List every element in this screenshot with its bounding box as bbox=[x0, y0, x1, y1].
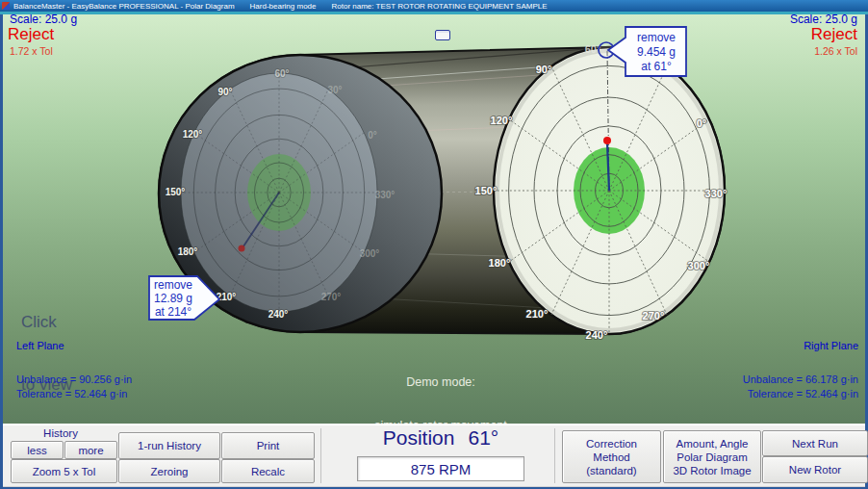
svg-text:120°: 120° bbox=[183, 129, 203, 140]
right-plane-label: Right Plane bbox=[804, 340, 858, 351]
hint-line: Click bbox=[21, 312, 91, 333]
left-plane-label: Left Plane bbox=[16, 340, 64, 351]
view-mode-button[interactable]: Amount, Angle Polar Diagram 3D Rotor Ima… bbox=[663, 430, 761, 483]
app-window: BalanceMaster - EasyBalance PROFESSIONAL… bbox=[0, 0, 868, 489]
svg-text:90°: 90° bbox=[536, 64, 552, 75]
svg-text:210°: 210° bbox=[526, 308, 549, 320]
correction-method-button[interactable]: Correction Method (standard) bbox=[562, 430, 661, 483]
toolbar-divider bbox=[554, 428, 555, 483]
svg-text:0°: 0° bbox=[368, 130, 377, 141]
svg-text:60°: 60° bbox=[274, 68, 289, 79]
left-tolerance-value: Tolerance = 52.464 g·in bbox=[16, 388, 127, 399]
restore-window-icon[interactable] bbox=[435, 30, 450, 40]
button-line: Correction bbox=[586, 437, 637, 450]
callout-angle: at 214° bbox=[155, 305, 191, 319]
left-scale-label: Scale: 25.0 g bbox=[10, 13, 77, 26]
new-rotor-button[interactable]: New Rotor bbox=[762, 456, 868, 483]
left-unbalance-point bbox=[239, 245, 245, 252]
callout-amount: 9.454 g bbox=[637, 45, 676, 59]
position-readout: Position61° bbox=[330, 426, 551, 450]
rotor-view-area: 60° 90° 120° 150° 180° 210° 240° 30° 0° … bbox=[3, 14, 865, 424]
right-unbalance-value: Unbalance = 66.178 g·in bbox=[743, 373, 858, 385]
svg-text:0°: 0° bbox=[697, 117, 707, 129]
svg-text:240°: 240° bbox=[586, 329, 608, 341]
svg-text:120°: 120° bbox=[491, 115, 513, 126]
zoom-tolerance-button[interactable]: Zoom 5 x Tol bbox=[11, 459, 117, 483]
button-line: Polar Diagram bbox=[677, 450, 748, 464]
svg-text:270°: 270° bbox=[321, 292, 342, 302]
history-section-label: History bbox=[13, 427, 109, 439]
recalc-button[interactable]: Recalc bbox=[221, 459, 315, 483]
svg-text:90°: 90° bbox=[217, 87, 232, 97]
rpm-display[interactable]: 875 RPM bbox=[357, 456, 524, 481]
zeroing-button[interactable]: Zeroing bbox=[118, 459, 220, 483]
left-unbalance-value: Unbalance = 90.256 g·in bbox=[16, 373, 132, 385]
callout-action: remove bbox=[154, 278, 192, 292]
right-unbalance-point bbox=[603, 137, 611, 144]
callout-amount: 12.89 g bbox=[154, 292, 192, 305]
history-less-button[interactable]: less bbox=[11, 441, 64, 459]
button-line: 3D Rotor Image bbox=[673, 464, 751, 477]
callout-action: remove bbox=[637, 31, 676, 44]
print-button[interactable]: Print bbox=[221, 432, 315, 459]
button-line: Amount, Angle bbox=[677, 437, 749, 450]
demo-line: Demo mode: bbox=[320, 375, 561, 390]
svg-text:300°: 300° bbox=[360, 248, 380, 259]
right-tolerance-value: Tolerance = 52.464 g·in bbox=[748, 388, 858, 399]
svg-text:300°: 300° bbox=[688, 260, 710, 271]
position-value: 61° bbox=[468, 426, 498, 449]
right-tolerance-ratio: 1.26 x Tol bbox=[814, 45, 857, 57]
left-status-badge: Reject bbox=[8, 25, 54, 44]
svg-text:270°: 270° bbox=[643, 310, 665, 322]
bottom-toolbar: History less more 1-run History Print Zo… bbox=[3, 424, 865, 487]
button-line: Method bbox=[593, 450, 629, 464]
next-run-button[interactable]: Next Run bbox=[762, 430, 868, 456]
svg-text:180°: 180° bbox=[489, 257, 511, 269]
callout-angle: at 61° bbox=[641, 60, 672, 73]
svg-text:330°: 330° bbox=[375, 190, 396, 200]
right-status-badge: Reject bbox=[811, 25, 857, 44]
svg-text:180°: 180° bbox=[178, 246, 198, 257]
position-label: Position bbox=[383, 426, 455, 449]
toolbar-divider bbox=[320, 428, 321, 483]
svg-text:330°: 330° bbox=[705, 188, 728, 199]
one-run-history-button[interactable]: 1-run History bbox=[118, 432, 220, 459]
svg-text:150°: 150° bbox=[475, 185, 498, 196]
svg-text:150°: 150° bbox=[166, 187, 186, 197]
left-tolerance-ratio: 1.72 x Tol bbox=[10, 45, 53, 57]
button-line: (standard) bbox=[586, 464, 636, 477]
history-more-button[interactable]: more bbox=[64, 441, 117, 459]
svg-text:30°: 30° bbox=[327, 85, 342, 95]
svg-text:240°: 240° bbox=[268, 309, 289, 320]
right-scale-label: Scale: 25.0 g bbox=[790, 13, 857, 26]
